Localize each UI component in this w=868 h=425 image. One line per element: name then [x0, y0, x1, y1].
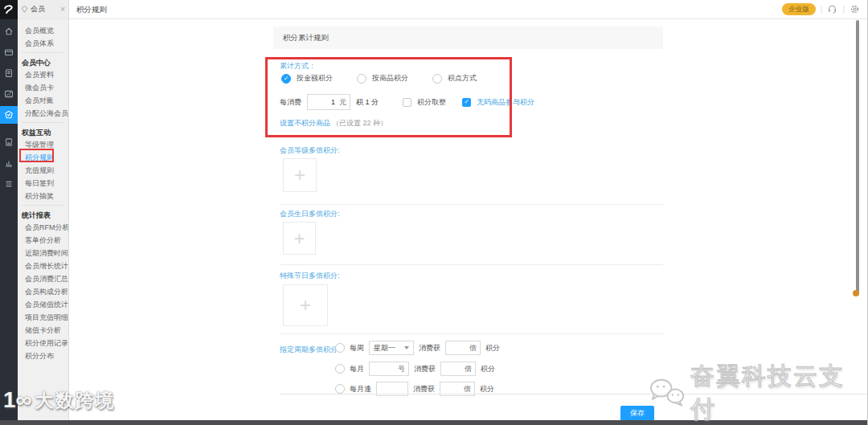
- app-logo[interactable]: [0, 0, 18, 19]
- weekly-mid-label: 消费获: [419, 343, 440, 353]
- sidebar-item-member-profile[interactable]: 会员资料: [18, 68, 68, 81]
- watermark-right: 奋翼科技云支付: [648, 360, 867, 425]
- section-divider: [280, 204, 663, 205]
- sidebar-item-member-growth-stats[interactable]: 会员增长统计: [18, 259, 68, 272]
- save-button[interactable]: 保存: [620, 406, 654, 421]
- sidebar-item-member-overview[interactable]: 会员概览: [18, 24, 68, 37]
- vertical-scrollbar[interactable]: [856, 20, 859, 296]
- radio-weekly[interactable]: [335, 343, 345, 353]
- radio-by-point[interactable]: [432, 74, 442, 84]
- breadcrumb: 积分规则: [69, 0, 107, 18]
- weekly-multiple-input[interactable]: 倍: [445, 341, 481, 355]
- weekday-select-value: 星期一: [374, 343, 395, 353]
- sidebar: 会员概览 会员体系 会员中心 会员资料 微会员卡 会员对账 分配公海会员 权益互…: [18, 19, 69, 420]
- tab-close-icon[interactable]: ×: [60, 6, 65, 14]
- weekday-select[interactable]: 星期一: [369, 341, 414, 355]
- tab-member-label: 会员: [31, 4, 58, 14]
- sidebar-item-level-management[interactable]: 等级管理: [18, 138, 68, 151]
- period-row-monthly: 每月 号 消费获 倍 积分: [335, 362, 495, 376]
- rail-orders-icon[interactable]: [0, 64, 18, 82]
- icon-rail: [0, 19, 18, 420]
- gear-icon[interactable]: [850, 4, 860, 14]
- sidebar-divider: [22, 52, 63, 53]
- sidebar-item-member-stored-value-stats[interactable]: 会员储值统计: [18, 298, 68, 311]
- exclude-products-row: 设置不积分商品 （已设置 22 种）: [280, 118, 387, 129]
- rail-member-card-icon[interactable]: [0, 43, 18, 61]
- radio-monthly[interactable]: [335, 364, 345, 374]
- section-birthday-label: 会员生日多倍积分:: [280, 209, 340, 219]
- accrual-method-label: 累计方式：: [280, 61, 316, 72]
- topbar-divider: |: [842, 5, 845, 14]
- radio-by-amount[interactable]: [281, 74, 291, 84]
- per-consume-amount-input[interactable]: 1 元: [307, 94, 350, 110]
- sidebar-divider: [22, 122, 63, 123]
- monthly-on-label: 每月逢: [350, 384, 371, 394]
- tab-member[interactable]: 会员 ×: [18, 0, 69, 18]
- sidebar-item-project-recharge-detail[interactable]: 项目充值明细: [18, 311, 68, 324]
- sidebar-item-member-composition-analysis[interactable]: 会员构成分析: [18, 285, 68, 298]
- weekly-label: 每周: [350, 343, 364, 353]
- monthly-day-input[interactable]: 号: [369, 362, 409, 376]
- swoosh-logo-icon: [2, 3, 15, 16]
- exclude-products-note: （已设置 22 种）: [332, 118, 387, 129]
- nocode-products-checkbox[interactable]: [462, 98, 471, 107]
- rail-member-badge-icon[interactable]: [0, 106, 18, 124]
- topbar: 会员 × 积分规则 企业版 | |: [0, 0, 868, 19]
- sidebar-item-member-system[interactable]: 会员体系: [18, 37, 68, 50]
- sidebar-item-daily-checkin[interactable]: 每日签到: [18, 177, 68, 190]
- app-window: 会员 × 积分规则 企业版 | |: [0, 0, 868, 425]
- section-divider: [280, 264, 663, 265]
- sidebar-item-recharge-rules[interactable]: 充值规则: [18, 164, 68, 177]
- sidebar-item-member-consume-summary[interactable]: 会员消费汇总: [18, 272, 68, 285]
- headset-icon[interactable]: [827, 4, 837, 14]
- sidebar-item-assign-public-members[interactable]: 分配公海会员: [18, 107, 68, 120]
- rail-store-icon[interactable]: [0, 133, 18, 151]
- topbar-right: 企业版 | |: [782, 0, 868, 18]
- accrual-method-radios: 按金额积分 按商品积分 积点方式: [281, 73, 477, 84]
- round-points-checkbox[interactable]: [403, 98, 411, 107]
- radio-monthly-on[interactable]: [335, 384, 345, 394]
- sidebar-divider: [22, 205, 63, 206]
- sidebar-item-points-rules[interactable]: 积分规则: [18, 151, 68, 164]
- edition-badge: 企业版: [782, 3, 816, 15]
- sidebar-header-member-center: 会员中心: [18, 55, 68, 68]
- panel-title: 积分累计规则: [273, 27, 663, 49]
- chat-bubbles-icon: [648, 377, 687, 409]
- sidebar-item-member-rfm-analysis[interactable]: 会员RFM分析: [18, 221, 68, 234]
- weekly-tail-label: 积分: [485, 343, 500, 353]
- sidebar-item-stored-card-analysis[interactable]: 储值卡分析: [18, 324, 68, 337]
- topbar-divider: |: [821, 5, 823, 14]
- rail-stats-icon[interactable]: [0, 154, 18, 172]
- footer-divider: [280, 394, 868, 394]
- section-festival-label: 特殊节日多倍积分:: [280, 271, 340, 281]
- rail-gallery-icon[interactable]: [0, 85, 18, 103]
- exclude-products-link[interactable]: 设置不积分商品: [280, 118, 330, 129]
- monthly-multiple-input[interactable]: 倍: [440, 362, 476, 376]
- sidebar-item-points-usage-records[interactable]: 积分使用记录: [18, 337, 68, 349]
- sidebar-header-rights-interaction: 权益互动: [18, 125, 68, 138]
- add-birthday-rule-button[interactable]: +: [283, 222, 316, 255]
- rail-menu-icon[interactable]: [0, 175, 18, 193]
- radio-by-amount-label: 按金额积分: [297, 73, 333, 84]
- section-level-label: 会员等级多倍积分:: [280, 145, 340, 156]
- sidebar-item-micro-member-card[interactable]: 微会员卡: [18, 81, 68, 94]
- sidebar-item-points-distribution[interactable]: 积分分布: [18, 349, 68, 362]
- sidebar-item-member-reconciliation[interactable]: 会员对账: [18, 94, 68, 107]
- sidebar-item-recent-consume-time[interactable]: 近期消费时间: [18, 247, 68, 259]
- member-badge-icon: [21, 6, 28, 13]
- bottom-edge-strip: [0, 420, 867, 425]
- sidebar-item-points-lottery[interactable]: 积分抽奖: [18, 190, 68, 202]
- per-consume-prefix-label: 每消费: [280, 97, 301, 108]
- rail-home-icon[interactable]: [0, 22, 18, 40]
- monthly-label: 每月: [350, 364, 364, 374]
- sidebar-item-customer-price-analysis[interactable]: 客单价分析: [18, 234, 68, 247]
- add-level-rule-button[interactable]: +: [283, 158, 317, 192]
- per-consume-unit-label: 元: [339, 97, 346, 108]
- radio-by-product[interactable]: [357, 74, 366, 84]
- add-festival-rule-button[interactable]: +: [283, 284, 328, 326]
- monthly-on-tail-label: 积分: [480, 384, 494, 394]
- monthly-mid-label: 消费获: [414, 364, 436, 374]
- watermark-right-text: 奋翼科技云支付: [690, 360, 867, 425]
- radio-by-product-label: 按商品积分: [372, 73, 408, 84]
- period-row-weekly: 每周 星期一 消费获 倍 积分: [335, 341, 500, 355]
